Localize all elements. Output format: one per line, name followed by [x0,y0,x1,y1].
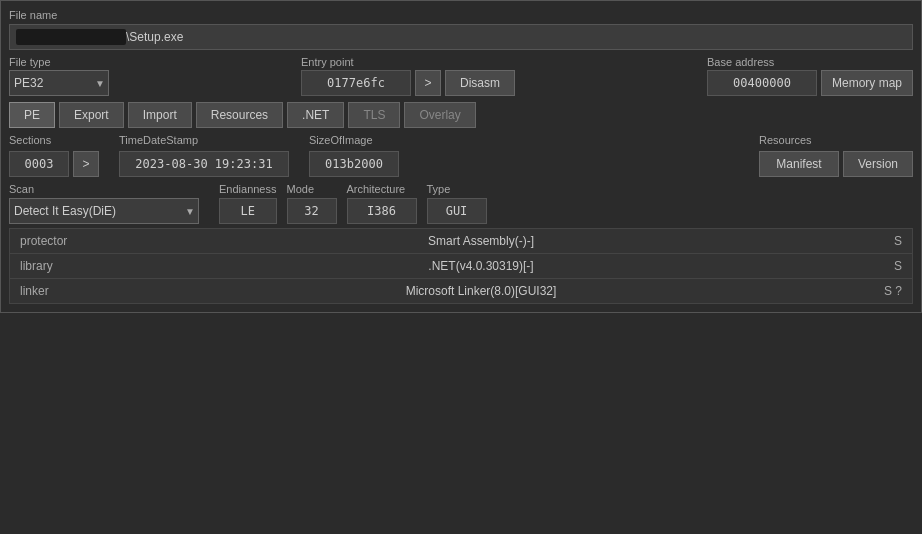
resources-label: Resources [759,134,913,146]
sections-label: Sections [9,134,99,146]
tab-resources[interactable]: Resources [196,102,283,128]
version-button[interactable]: Version [843,151,913,177]
file-type-dropdown-wrapper[interactable]: PE32 PE64 ELF Mach-O ▼ [9,70,109,96]
result-type: library [10,254,90,279]
scan-row: Scan Detect It Easy(DiE) Manual ▼ Endian… [9,183,913,224]
file-type-group: File type PE32 PE64 ELF Mach-O ▼ [9,56,109,96]
result-type: protector [10,229,90,254]
table-row: library .NET(v4.0.30319)[-] S [10,254,912,279]
endianness-group: Endianness LE [219,183,277,224]
timedatestamp-group: TimeDateStamp 2023-08-30 19:23:31 [119,134,289,177]
disasm-button[interactable]: Disasm [445,70,515,96]
scan-label: Scan [9,183,199,195]
timedatestamp-value: 2023-08-30 19:23:31 [119,151,289,177]
file-name-label: File name [9,9,913,21]
results-section: protector Smart Assembly(-)-] S library … [9,228,913,304]
type-value: GUI [427,198,487,224]
tabs-row: PE Export Import Resources .NET TLS Over… [9,102,913,128]
file-name-section: File name \Setup.exe [9,9,913,50]
tab-tls[interactable]: TLS [348,102,400,128]
base-address-group: Base address 00400000 Memory map [707,56,913,96]
file-type-row: File type PE32 PE64 ELF Mach-O ▼ Entry p… [9,56,913,96]
result-type: linker [10,279,90,304]
file-type-label: File type [9,56,109,68]
table-row: protector Smart Assembly(-)-] S [10,229,912,254]
result-value: Smart Assembly(-)-] [90,229,872,254]
result-flag: S [872,254,912,279]
architecture-group: Architecture I386 [347,183,417,224]
type-group: Type GUI [427,183,487,224]
sections-arrow-button[interactable]: > [73,151,99,177]
architecture-label: Architecture [347,183,417,195]
tab-import[interactable]: Import [128,102,192,128]
endianness-value: LE [219,198,277,224]
entry-point-arrow-button[interactable]: > [415,70,441,96]
resources-group: Resources Manifest Version [759,134,913,177]
redacted-path [16,29,126,45]
manifest-button[interactable]: Manifest [759,151,839,177]
tab-export[interactable]: Export [59,102,124,128]
result-flag: S [872,229,912,254]
scan-dropdown-wrapper[interactable]: Detect It Easy(DiE) Manual ▼ [9,198,199,224]
result-extra: ? [895,284,902,298]
result-flag: S ? [872,279,912,304]
sizeofimage-value: 013b2000 [309,151,399,177]
file-type-select[interactable]: PE32 PE64 ELF Mach-O [9,70,109,96]
scan-group: Scan Detect It Easy(DiE) Manual ▼ [9,183,199,224]
result-value: Microsoft Linker(8.0)[GUI32] [90,279,872,304]
entry-point-label: Entry point [301,56,515,68]
tab-overlay[interactable]: Overlay [404,102,475,128]
base-address-value: 00400000 [707,70,817,96]
sizeofimage-label: SizeOfImage [309,134,399,146]
mode-label: Mode [287,183,337,195]
sections-group: Sections 0003 > [9,134,99,177]
type-label: Type [427,183,487,195]
endianness-label: Endianness [219,183,277,195]
entry-point-group: Entry point 0177e6fc > Disasm [301,56,515,96]
scan-select[interactable]: Detect It Easy(DiE) Manual [9,198,199,224]
file-path-display: \Setup.exe [126,30,183,44]
mode-group: Mode 32 [287,183,337,224]
sections-value: 0003 [9,151,69,177]
memory-map-button[interactable]: Memory map [821,70,913,96]
entry-point-value: 0177e6fc [301,70,411,96]
base-address-label: Base address [707,56,913,68]
sizeofimage-group: SizeOfImage 013b2000 [309,134,399,177]
architecture-value: I386 [347,198,417,224]
pe-info-row: Sections 0003 > TimeDateStamp 2023-08-30… [9,134,913,177]
tab-dotnet[interactable]: .NET [287,102,344,128]
result-value: .NET(v4.0.30319)[-] [90,254,872,279]
timedatestamp-label: TimeDateStamp [119,134,289,146]
tab-pe[interactable]: PE [9,102,55,128]
mode-value: 32 [287,198,337,224]
table-row: linker Microsoft Linker(8.0)[GUI32] S ? [10,279,912,304]
results-table: protector Smart Assembly(-)-] S library … [10,229,912,303]
